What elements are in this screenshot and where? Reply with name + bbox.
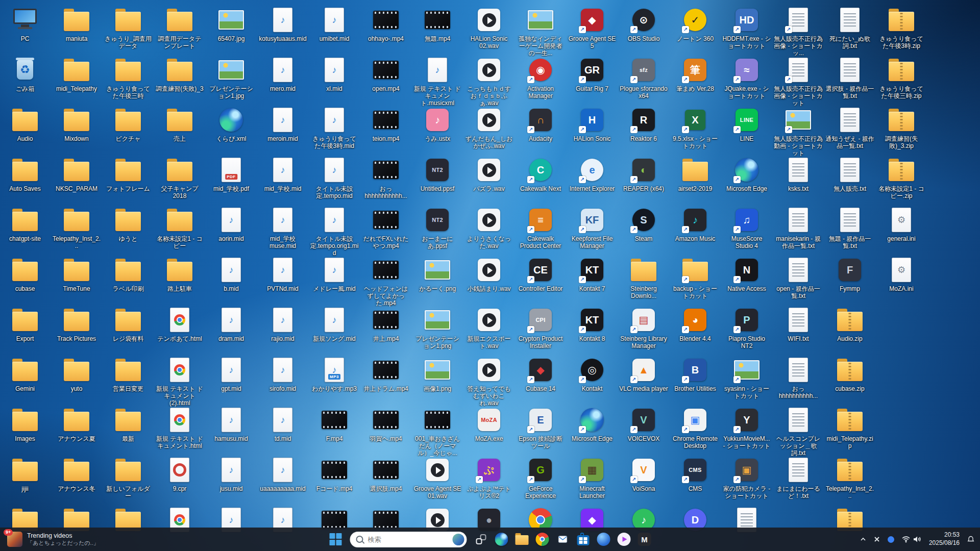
desktop-icon[interactable]: ⚙MoZA.ini [876,256,927,292]
desktop-icon[interactable]: ♪新規 テキスト ドキュメント.musicxml [412,56,463,107]
desktop-icon[interactable]: Audio [0,106,51,142]
taskbar-app-store[interactable] [573,529,594,549]
desktop-icon[interactable]: ◆Groove Agent SE 5 [567,6,618,49]
desktop-icon[interactable]: ピクチャ [103,106,154,142]
desktop-icon[interactable]: きゅうり_調査用データ [103,6,154,49]
desktop-icon[interactable]: NT2おーまーにあ.ppsf [412,206,463,249]
desktop-icon[interactable]: ≡Cakewalk Product Center [515,206,566,249]
desktop-icon[interactable]: ◉Activation Manager [515,56,566,99]
desktop-icon[interactable]: おっhhhhhhhhhhh... [360,156,411,199]
desktop-icon[interactable]: midi_Telepathy [51,56,102,92]
tray-app-x-button[interactable] [870,530,884,549]
desktop-icon[interactable]: 調査用データテンプレート [154,6,205,49]
desktop-icon[interactable]: フォトフレーム [103,156,154,192]
taskbar-app-teams[interactable] [594,529,614,549]
desktop-icon[interactable]: 最新 [103,406,154,442]
desktop-icon[interactable]: 筆筆まめ Ver.28 [670,56,721,92]
desktop-icon[interactable]: 9.cpr [154,456,205,492]
desktop-icon[interactable]: 新規 テキスト ドキュメント.html [154,406,205,449]
desktop-icon[interactable]: open.mp4 [360,56,411,92]
desktop-icon[interactable]: 井上.mp4 [360,306,411,342]
desktop-icon[interactable]: maniuta [51,6,102,42]
desktop-icon[interactable]: ≈JQuake.exe - ショートカット [721,56,772,99]
desktop-icon[interactable]: Gemini [0,356,51,392]
desktop-icon[interactable]: midi_Telepathy.zip [824,406,875,449]
desktop-icon[interactable]: ♪jusu.mid [206,456,257,492]
desktop-icon[interactable]: ♪aorin.mid [206,206,257,242]
desktop-icon[interactable]: Microsoft Edge [567,406,618,442]
desktop-icon[interactable]: 新規エクスポート.wav [463,306,514,349]
clock-button[interactable]: 20:53 2025/08/16 [925,530,963,549]
desktop-icon[interactable]: ♪umibet.mid [309,6,360,42]
desktop-icon[interactable]: きゅうり食ってた午後3時.zip [876,6,927,49]
desktop-icon[interactable]: きゅうり食ってた午後三時.zip [876,56,927,99]
desktop-icon[interactable]: ◐REAPER (x64) [618,156,669,192]
desktop-icon[interactable]: ♪meroin.mid [257,106,308,142]
desktop-icon[interactable]: cubase [0,256,51,292]
taskbar-app-file-explorer[interactable] [512,529,532,549]
desktop-icon[interactable]: 無人販売.txt [824,156,875,192]
desktop-icon[interactable]: NKSC_PARAM [51,156,102,192]
desktop-icon[interactable]: GGeForce Experience [515,456,566,499]
desktop-icon[interactable]: 選択肢 - 親作品一覧.txt [824,56,875,99]
desktop-icon[interactable]: 営業日変更 [103,356,154,392]
desktop-icon[interactable]: 無人販売不正行為画像 - ショートカット [773,56,824,107]
desktop-icon[interactable]: manisekarin - 親作品一覧.txt [773,206,824,249]
desktop-icon[interactable]: EEpson 接続診断ツール [515,406,566,449]
desktop-icon[interactable]: 65407.jpg [206,6,257,42]
desktop-icon[interactable]: 新規 テキスト ドキュメント (2).html [154,356,205,407]
desktop-icon[interactable]: 売上 [154,106,205,142]
desktop-icon[interactable]: ▤Steinberg Library Manager [618,306,669,349]
desktop-icon[interactable]: ▣家の防犯カメラ - ショートカット [721,456,772,499]
desktop-icon[interactable]: CPICrypton Product Installer [515,306,566,349]
desktop-icon[interactable]: よりうさくなった.wav [463,206,514,249]
desktop-icon[interactable]: ohhayo-.mp4 [360,6,411,42]
desktop-icon[interactable]: だれでFXいれたやつ.mp4 [360,206,411,249]
desktop-icon[interactable]: jijii [0,456,51,492]
desktop-icon[interactable]: 無題 - 親作品一覧.txt [824,206,875,249]
desktop-icon[interactable]: GRGuitar Rig 7 [567,56,618,92]
desktop-icon[interactable]: F.mp4 [309,406,360,442]
desktop-icon[interactable]: ♪rajio.mid [257,306,308,342]
desktop-icon[interactable]: ♪メドレー風.mid [309,256,360,292]
desktop-icon[interactable]: ずんだもん_しおかぜふ.wav [463,106,514,149]
desktop-icon[interactable]: ⊙OBS Studio [618,6,669,42]
desktop-icon[interactable]: CCakewalk Next [515,156,566,192]
desktop-icon[interactable]: ▣Chrome Remote Desktop [670,406,721,449]
desktop-icon[interactable]: おっhhhhhhhhhh... [773,356,824,399]
desktop-icon[interactable]: PC [0,6,51,42]
network-volume-button[interactable] [898,530,925,549]
desktop-icon[interactable]: 羽賀ヘ.mp4 [360,406,411,442]
desktop-icon[interactable]: KTKontakt 8 [567,306,618,342]
desktop-icon[interactable]: ♪kotusytuaaus.mid [257,6,308,42]
desktop-icon[interactable]: X9.5.xlsx - ショートカット [670,106,721,149]
desktop-icon[interactable]: 調査練習(失敗)_3 [154,56,205,92]
desktop-icon[interactable]: ヘルスコンプレッション＿歌詞.txt [773,406,824,457]
desktop-icon[interactable]: Microsoft Edge [721,156,772,192]
desktop-icon[interactable]: 死にたい_ぬ歌詞.txt [824,6,875,49]
desktop-icon[interactable]: ♪PVTNd.mid [257,256,308,292]
desktop-icon[interactable]: open - 親作品一覧.txt [773,256,824,299]
desktop-icon[interactable]: 調査練習(失敗)_3.zip [876,106,927,149]
taskbar-app-m-app[interactable]: M [634,529,655,549]
desktop-icon[interactable]: 答え知ってでもむずいわこれ.wav [463,356,514,407]
desktop-icon[interactable]: HHALion Sonic [567,106,618,142]
desktop-icon[interactable]: Steinberg Downlo... [618,256,669,299]
desktop-icon[interactable]: VVOICEVOX [618,406,669,442]
desktop-icon[interactable]: eInternet Explorer [567,156,618,192]
desktop-icon[interactable]: 無人販売不正行為動画 - ショートカット [773,106,824,157]
desktop-icon[interactable]: ♪新規ソング.mid [309,306,360,342]
desktop-icon[interactable]: ♪うみ.ustx [412,106,463,142]
desktop-icon[interactable]: teion.mp4 [360,106,411,142]
desktop-icon[interactable]: CMSCMS [670,456,721,492]
taskbar-app-clipchamp[interactable] [614,529,634,549]
desktop-icon[interactable]: かるーく.png [412,256,463,292]
desktop-icon[interactable]: Auto Saves [0,156,51,192]
desktop-icon[interactable]: ♪mid_学校 muse.mid [257,206,308,249]
search-box[interactable] [350,532,467,547]
search-input[interactable] [367,535,449,544]
desktop-icon[interactable]: ♪MP3わかりやす.mp3 [309,356,360,392]
desktop-icon[interactable]: ラベル印刷 [103,256,154,292]
desktop-icon[interactable]: ✓ノートン 360 [670,6,721,42]
desktop-icon[interactable]: 父子キャンプ2018 [154,156,205,199]
